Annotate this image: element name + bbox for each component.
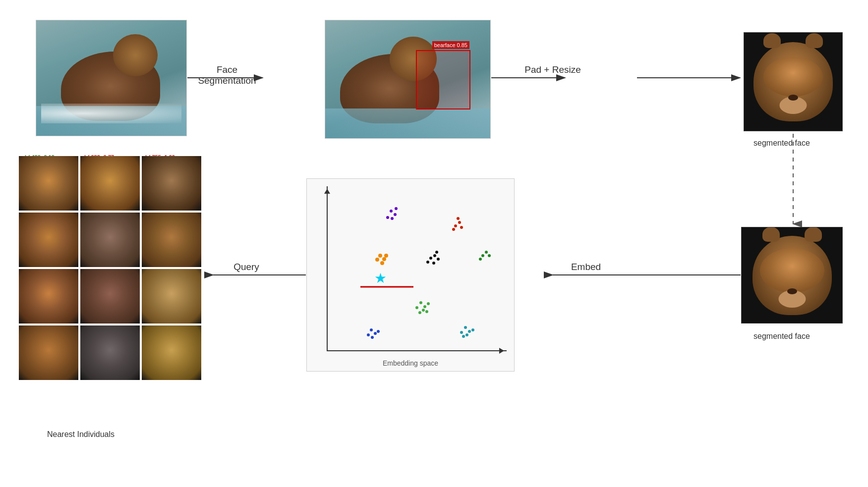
grid-cell-7 xyxy=(19,269,78,324)
svg-point-16 xyxy=(452,228,455,231)
bear-nose-top xyxy=(788,95,798,101)
svg-point-50 xyxy=(465,333,468,336)
grid-cell-5 xyxy=(80,213,140,267)
svg-point-47 xyxy=(468,330,471,333)
svg-point-27 xyxy=(432,262,435,265)
grid-cell-9 xyxy=(142,269,201,324)
grid-cell-11 xyxy=(80,325,140,380)
grid-cell-2 xyxy=(80,156,140,211)
svg-point-44 xyxy=(377,330,380,333)
svg-point-33 xyxy=(384,254,388,258)
face-segmentation-label: Face Segmentation xyxy=(190,64,264,86)
bear-ear-right-top xyxy=(806,33,823,48)
svg-point-21 xyxy=(479,258,482,261)
bear-face-inner-top xyxy=(753,42,833,121)
svg-point-26 xyxy=(437,258,440,261)
query-label: Query xyxy=(224,262,269,272)
svg-point-29 xyxy=(378,254,382,258)
bear-ear-right-bottom xyxy=(805,227,822,242)
svg-point-20 xyxy=(485,251,488,254)
svg-point-10 xyxy=(394,213,397,216)
svg-point-43 xyxy=(367,333,370,336)
grid-cell-3 xyxy=(142,156,201,211)
svg-point-40 xyxy=(418,311,421,314)
pad-resize-label: Pad + Resize xyxy=(513,64,592,75)
segmented-face-label-top: segmented face xyxy=(753,139,810,148)
bear-ear-left-top xyxy=(763,33,781,48)
bear-head-orig xyxy=(113,34,158,76)
svg-point-42 xyxy=(374,332,377,335)
svg-point-45 xyxy=(371,336,374,339)
svg-point-48 xyxy=(460,331,463,334)
svg-point-32 xyxy=(380,261,384,265)
svg-point-13 xyxy=(395,207,398,210)
foam-orig xyxy=(41,104,181,123)
svg-point-51 xyxy=(462,335,465,338)
svg-point-11 xyxy=(386,216,389,219)
svg-point-14 xyxy=(454,224,457,227)
grid-cell-1 xyxy=(19,156,78,211)
svg-point-31 xyxy=(375,258,379,262)
grid-cell-6 xyxy=(142,213,201,267)
svg-point-24 xyxy=(433,254,436,257)
svg-point-46 xyxy=(464,326,467,329)
segmented-face-bottom xyxy=(741,227,843,324)
svg-point-49 xyxy=(471,328,474,331)
embed-label: Embed xyxy=(561,262,611,272)
svg-point-34 xyxy=(419,301,422,304)
svg-point-41 xyxy=(370,328,373,331)
grid-cell-4 xyxy=(19,213,78,267)
embedding-chart: Embedding space xyxy=(306,178,515,372)
svg-point-15 xyxy=(458,221,461,224)
svg-text:★: ★ xyxy=(374,271,387,286)
svg-point-39 xyxy=(425,310,428,313)
svg-point-9 xyxy=(390,210,393,213)
bear-face-inner-bottom xyxy=(752,236,832,315)
svg-point-35 xyxy=(423,305,426,308)
detection-label: bearface 0.85 xyxy=(432,41,469,49)
nearest-individuals-grid xyxy=(19,156,201,380)
svg-point-19 xyxy=(481,254,484,257)
original-bear-image xyxy=(36,20,187,136)
svg-point-25 xyxy=(426,261,429,264)
nearest-individuals-label: Nearest Individuals xyxy=(47,430,115,439)
detection-box: bearface 0.85 xyxy=(416,50,470,109)
svg-point-18 xyxy=(457,217,460,220)
svg-point-23 xyxy=(429,257,432,260)
bear-nose-bottom xyxy=(787,288,797,294)
svg-point-37 xyxy=(427,302,430,305)
svg-point-36 xyxy=(415,306,418,309)
svg-point-30 xyxy=(382,257,386,261)
svg-point-22 xyxy=(488,254,491,257)
grid-cell-10 xyxy=(19,325,78,380)
svg-point-38 xyxy=(422,309,425,312)
svg-point-28 xyxy=(435,251,438,254)
grid-cell-8 xyxy=(80,269,140,324)
svg-point-17 xyxy=(460,226,463,229)
segmented-face-label-bottom: segmented face xyxy=(753,332,810,341)
svg-point-12 xyxy=(391,217,394,220)
water-det xyxy=(325,108,490,138)
grid-cell-12 xyxy=(142,325,201,380)
bear-ear-left-bottom xyxy=(762,227,780,242)
detected-bear-image: bearface 0.85 xyxy=(325,20,491,139)
segmented-face-top xyxy=(744,32,843,131)
